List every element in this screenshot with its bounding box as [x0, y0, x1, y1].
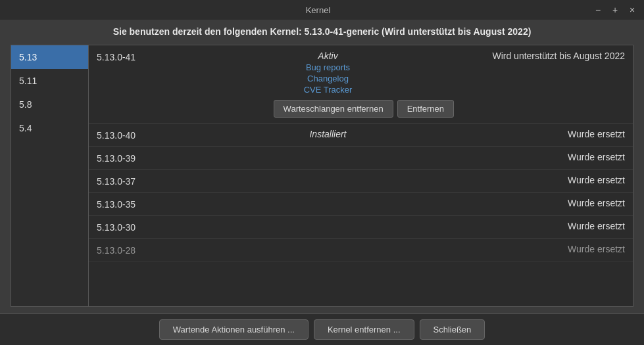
bug-reports-link[interactable]: Bug reports	[306, 62, 350, 72]
window-title: Kernel	[45, 5, 591, 15]
info-text: Sie benutzen derzeit den folgenden Kerne…	[11, 26, 633, 37]
window-controls: − + ×	[591, 3, 639, 16]
kernel-version-6: 5.13.0-28	[97, 244, 202, 256]
kernel-row-1: 5.13.0-40 Installiert Wurde ersetzt	[89, 124, 633, 147]
kernel-version-4: 5.13.0-35	[97, 198, 202, 210]
kernel-version-2: 5.13.0-39	[97, 152, 202, 164]
sidebar-item-58[interactable]: 5.8	[11, 93, 88, 116]
kernel-status-0: Aktiv	[318, 51, 337, 61]
bottom-bar: Wartende Aktionen ausführen ... Kernel e…	[0, 313, 644, 345]
kernel-support-1: Wurde ersetzt	[454, 129, 625, 139]
kernel-row-6: 5.13.0-28 Wurde ersetzt	[89, 239, 633, 262]
kernel-list: 5.13.0-41 Aktiv Bug reports Changelog CV…	[89, 45, 633, 306]
sidebar-item-513[interactable]: 5.13	[11, 45, 88, 69]
maximize-button[interactable]: +	[608, 3, 622, 16]
kernel-version-1: 5.13.0-40	[97, 129, 202, 141]
kernel-row-2: 5.13.0-39 Wurde ersetzt	[89, 147, 633, 170]
titlebar: Kernel − + ×	[0, 0, 644, 20]
kernel-support-3: Wurde ersetzt	[454, 175, 625, 185]
kernel-support-5: Wurde ersetzt	[454, 221, 625, 231]
remove-kernel-button[interactable]: Kernel entfernen ...	[314, 319, 414, 340]
close-button-bottom[interactable]: Schließen	[420, 319, 485, 340]
kernel-version-5: 5.13.0-30	[97, 221, 202, 233]
changelog-link[interactable]: Changelog	[307, 74, 349, 83]
body-area: 5.13 5.11 5.8 5.4 5.13.0-41 Aktiv Bug re…	[11, 45, 633, 307]
remove-button[interactable]: Entfernen	[397, 100, 454, 118]
kernel-support-4: Wurde ersetzt	[454, 198, 625, 208]
kernel-support-0: Wird unterstützt bis August 2022	[454, 51, 625, 61]
kernel-support-2: Wurde ersetzt	[454, 152, 625, 162]
cve-tracker-link[interactable]: CVE Tracker	[304, 85, 353, 95]
kernel-support-6: Wurde ersetzt	[454, 244, 625, 254]
kernel-actions-0: Warteschlangen entfernen Entfernen	[202, 100, 454, 118]
kernel-row-4: 5.13.0-35 Wurde ersetzt	[89, 193, 633, 216]
pending-actions-button[interactable]: Wartende Aktionen ausführen ...	[159, 319, 309, 340]
kernel-status-area-1: Installiert	[202, 129, 454, 139]
kernel-row-active: 5.13.0-41 Aktiv Bug reports Changelog CV…	[89, 45, 633, 124]
kernel-links-0: Bug reports Changelog CVE Tracker	[304, 62, 353, 95]
sidebar-item-511[interactable]: 5.11	[11, 69, 88, 93]
kernel-version-3: 5.13.0-37	[97, 175, 202, 187]
minimize-button[interactable]: −	[591, 3, 605, 16]
sidebar: 5.13 5.11 5.8 5.4	[11, 45, 89, 306]
kernel-status-area-0: Aktiv Bug reports Changelog CVE Tracker …	[202, 51, 454, 118]
sidebar-item-54[interactable]: 5.4	[11, 116, 88, 140]
close-button[interactable]: ×	[626, 3, 639, 16]
kernel-version-0: 5.13.0-41	[97, 51, 202, 62]
kernel-row-5: 5.13.0-30 Wurde ersetzt	[89, 216, 633, 239]
main-content: Sie benutzen derzeit den folgenden Kerne…	[0, 20, 644, 313]
kernel-row-3: 5.13.0-37 Wurde ersetzt	[89, 170, 633, 193]
kernel-status-1: Installiert	[309, 129, 346, 139]
queue-remove-button[interactable]: Warteschlangen entfernen	[274, 100, 393, 118]
